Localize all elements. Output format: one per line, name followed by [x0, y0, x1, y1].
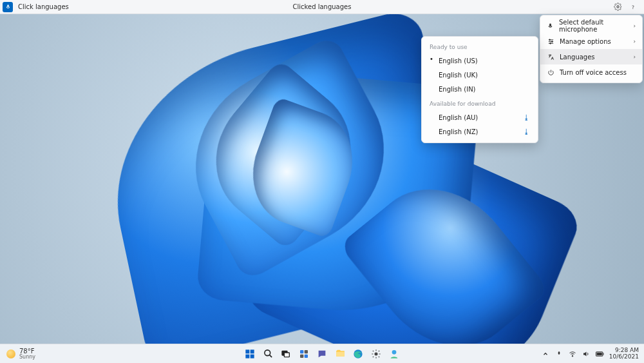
options-icon — [547, 37, 554, 45]
lang-item-label: English (US) — [439, 57, 478, 64]
search-button[interactable] — [261, 348, 274, 360]
svg-rect-8 — [245, 354, 249, 358]
taskbar: 78°F Sunny — [0, 344, 644, 363]
svg-point-5 — [549, 43, 551, 44]
svg-point-0 — [616, 6, 618, 8]
svg-rect-13 — [300, 350, 303, 353]
download-icon[interactable]: ⭳ — [523, 113, 530, 122]
svg-rect-16 — [305, 354, 308, 357]
settings-icon[interactable] — [613, 3, 622, 12]
chevron-right-icon: › — [633, 54, 636, 60]
lang-ready-header: Ready to use — [422, 39, 538, 54]
svg-rect-15 — [300, 354, 303, 357]
menu-item-label: Select default microphone — [559, 19, 628, 33]
mic-status-icon[interactable] — [3, 2, 13, 12]
tray-mic-icon[interactable] — [555, 349, 564, 358]
menu-item-languages[interactable]: Languages › — [540, 49, 642, 64]
lang-item-en-au[interactable]: English (AU)⭳ — [422, 110, 538, 124]
taskview-button[interactable] — [279, 348, 292, 360]
svg-rect-7 — [251, 349, 254, 353]
voice-access-bar: Click languages Clicked languages ? — [0, 0, 644, 14]
lang-item-en-in[interactable]: English (IN) — [422, 82, 538, 96]
svg-rect-22 — [596, 352, 601, 355]
sun-icon — [6, 349, 15, 358]
lang-item-en-uk[interactable]: English (UK) — [422, 68, 538, 82]
lang-item-label: English (UK) — [439, 72, 478, 79]
system-tray: 9:28 AM 10/6/2021 — [542, 348, 644, 360]
languages-submenu: Ready to use English (US) English (UK) E… — [421, 36, 538, 143]
weather-widget[interactable]: 78°F Sunny — [0, 348, 35, 360]
file-explorer-button[interactable] — [334, 348, 346, 360]
voice-access-center-label: Clicked languages — [293, 3, 352, 10]
weather-temp: 78°F — [19, 348, 35, 355]
menu-item-label: Turn off voice access — [560, 69, 627, 76]
svg-rect-6 — [245, 349, 249, 353]
svg-rect-23 — [603, 353, 603, 355]
svg-rect-12 — [284, 353, 289, 357]
mic-icon — [547, 22, 554, 30]
menu-item-select-mic[interactable]: Select default microphone › — [540, 18, 642, 34]
lang-item-en-nz[interactable]: English (NZ)⭳ — [422, 124, 538, 139]
svg-point-3 — [549, 39, 550, 40]
menu-item-turn-off[interactable]: Turn off voice access — [540, 64, 642, 80]
chevron-right-icon: › — [633, 23, 636, 29]
svg-rect-9 — [251, 354, 254, 358]
svg-point-4 — [551, 41, 553, 42]
start-button[interactable] — [243, 348, 256, 360]
lang-item-label: English (AU) — [439, 114, 478, 121]
svg-point-19 — [392, 350, 397, 355]
menu-item-label: Manage options — [560, 38, 611, 45]
clock-date: 10/6/2021 — [609, 354, 639, 360]
lang-item-label: English (IN) — [439, 86, 476, 93]
voice-access-left-label: Click languages — [18, 3, 69, 10]
menu-item-label: Languages — [560, 54, 595, 61]
settings-app-button[interactable] — [370, 348, 383, 360]
tray-chevron-icon[interactable] — [542, 349, 550, 358]
lang-item-en-us[interactable]: English (US) — [422, 54, 538, 68]
battery-icon[interactable] — [596, 349, 604, 358]
menu-item-manage-options[interactable]: Manage options › — [540, 34, 642, 49]
wifi-icon[interactable] — [569, 349, 577, 358]
chat-button[interactable] — [316, 348, 328, 360]
help-icon[interactable]: ? — [629, 3, 638, 12]
download-icon[interactable]: ⭳ — [523, 128, 530, 136]
lang-download-header: Available for download — [422, 96, 538, 110]
language-icon — [547, 53, 554, 61]
weather-condition: Sunny — [19, 355, 35, 360]
clock[interactable]: 9:28 AM 10/6/2021 — [609, 348, 639, 360]
lang-item-label: English (NZ) — [439, 128, 478, 135]
voice-access-app-button[interactable] — [388, 348, 401, 360]
svg-point-10 — [264, 350, 270, 356]
svg-text:?: ? — [632, 4, 634, 10]
svg-point-20 — [573, 355, 573, 356]
widgets-button[interactable] — [298, 348, 310, 360]
svg-point-18 — [375, 353, 377, 355]
power-icon — [547, 68, 554, 76]
settings-dropdown: Select default microphone › Manage optio… — [540, 15, 643, 83]
volume-icon[interactable] — [582, 349, 591, 358]
edge-button[interactable] — [352, 348, 365, 360]
svg-rect-14 — [305, 350, 308, 353]
chevron-right-icon: › — [633, 38, 636, 44]
taskbar-center — [243, 348, 401, 360]
